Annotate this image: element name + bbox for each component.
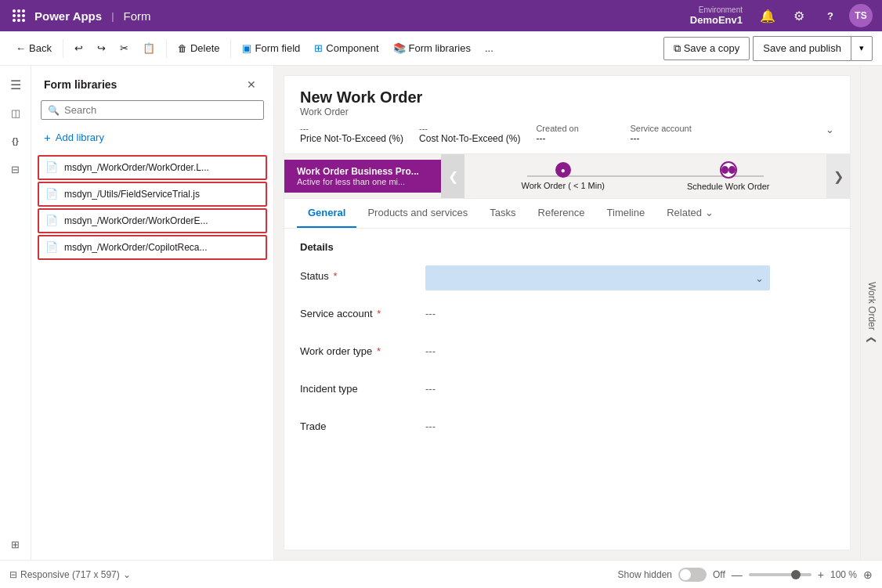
- tab-general[interactable]: General: [297, 199, 356, 228]
- form-tabs: General Products and services Tasks Refe…: [284, 199, 850, 229]
- bottom-bar-right: Show hidden Off — + 100 % ⊕: [618, 568, 873, 582]
- work-order-type-value[interactable]: ---: [425, 341, 834, 357]
- tree-icon[interactable]: ⊟: [3, 157, 28, 182]
- main-content: ☰ ◫ {} ⊟ ⊞ Form libraries ✕ 🔍 + Add libr…: [0, 66, 882, 560]
- file-icon: 📄: [45, 215, 58, 227]
- bpf-stage-circle-workorder: ●: [555, 162, 571, 178]
- responsive-icon: ⊟: [9, 569, 17, 580]
- sidebar-title: Form libraries: [44, 78, 117, 91]
- save-publish-group: Save and publish ▾: [753, 36, 873, 61]
- zoom-slider[interactable]: [749, 573, 812, 576]
- form-body: Details Status * ⌄ Service account: [284, 229, 850, 466]
- required-indicator: *: [377, 345, 381, 357]
- bpf-prev-button[interactable]: ❮: [441, 154, 464, 198]
- file-icon: 📄: [45, 161, 58, 174]
- component-icon: ⊞: [314, 42, 323, 54]
- search-input[interactable]: [64, 104, 257, 116]
- form-row-work-order-type: Work order type * ---: [300, 341, 834, 366]
- field-value-created: ---: [536, 133, 614, 144]
- help-icon[interactable]: ?: [818, 3, 843, 28]
- required-indicator: *: [377, 308, 381, 319]
- bpf-stage-label-workorder: Work Order ( < 1 Min): [521, 181, 604, 190]
- puzzle-icon[interactable]: ⊞: [3, 532, 28, 557]
- right-tab-work-order[interactable]: Work Order ❮: [860, 66, 882, 560]
- tab-timeline[interactable]: Timeline: [596, 199, 656, 228]
- chevron-down-icon: ⌄: [705, 207, 714, 218]
- file-icon: 📄: [45, 188, 58, 200]
- plus-icon: +: [44, 131, 51, 144]
- component-button[interactable]: ⊞ Component: [308, 38, 385, 58]
- layers-icon[interactable]: ◫: [3, 100, 28, 125]
- paste-button[interactable]: 📋: [136, 38, 161, 58]
- list-item[interactable]: 📄 msdyn_/WorkOrder/WorkOrderE...: [38, 208, 267, 233]
- show-hidden-label: Show hidden: [618, 569, 672, 580]
- tab-products-services[interactable]: Products and services: [356, 199, 479, 228]
- trade-value[interactable]: ---: [425, 416, 834, 432]
- tab-reference[interactable]: Reference: [527, 199, 596, 228]
- list-item[interactable]: 📄 msdyn_/WorkOrder/CopilotReca...: [38, 235, 267, 260]
- delete-button[interactable]: 🗑 Delete: [172, 38, 226, 58]
- cut-button[interactable]: ✂: [114, 38, 135, 58]
- show-hidden-toggle[interactable]: [678, 568, 707, 582]
- back-button[interactable]: ← Back: [9, 38, 58, 58]
- tab-tasks[interactable]: Tasks: [479, 199, 526, 228]
- save-copy-button[interactable]: ⧉ Save a copy: [663, 37, 750, 60]
- zoom-minus-icon[interactable]: —: [732, 568, 743, 581]
- incident-type-value[interactable]: ---: [425, 378, 834, 395]
- delete-icon: 🗑: [178, 43, 187, 54]
- settings-icon[interactable]: ⚙: [786, 3, 812, 28]
- toolbar-divider-2: [166, 39, 167, 58]
- search-icon: 🔍: [48, 105, 60, 116]
- status-select[interactable]: ⌄: [425, 265, 770, 290]
- add-library-button[interactable]: + Add library: [31, 126, 273, 149]
- library-item-name: msdyn_/WorkOrder/CopilotReca...: [64, 242, 208, 253]
- hamburger-icon[interactable]: ☰: [3, 72, 28, 97]
- form-libraries-button[interactable]: 📚 Form libraries: [387, 38, 477, 58]
- tab-related[interactable]: Related ⌄: [656, 199, 725, 228]
- form-row-status: Status * ⌄: [300, 265, 834, 290]
- form-field-button[interactable]: ▣ Form field: [236, 38, 306, 58]
- responsive-dropdown-icon[interactable]: ⌄: [123, 569, 131, 580]
- library-list: 📄 msdyn_/WorkOrder/WorkOrder.L... 📄 msdy…: [31, 152, 273, 263]
- fullscreen-icon[interactable]: ⊕: [863, 568, 873, 581]
- list-item[interactable]: 📄 msdyn_/Utils/FieldServiceTrial.js: [38, 182, 267, 207]
- toolbar-divider-1: [63, 39, 63, 58]
- undo-button[interactable]: ↩: [68, 38, 89, 58]
- undo-icon: ↩: [74, 42, 83, 54]
- environment-name: DemoEnv1: [690, 14, 743, 26]
- expand-fields-button[interactable]: ⌄: [826, 124, 834, 144]
- topbar: Power Apps | Form Environment DemoEnv1 🔔…: [0, 0, 882, 31]
- field-value-service: ---: [630, 133, 708, 144]
- service-account-value[interactable]: ---: [425, 303, 834, 319]
- code-icon[interactable]: {}: [3, 128, 28, 153]
- bpf-active-title: Work Order Business Pro...: [297, 166, 428, 177]
- right-tab-label: Work Order: [866, 282, 877, 330]
- zoom-plus-icon[interactable]: +: [818, 568, 824, 581]
- paste-icon: 📋: [143, 42, 155, 54]
- label-service-account: Service account *: [300, 303, 425, 319]
- redo-button[interactable]: ↪: [91, 38, 112, 58]
- toggle-state-label: Off: [713, 569, 725, 580]
- zoom-level: 100 %: [830, 569, 857, 580]
- back-arrow-icon: ←: [16, 42, 26, 54]
- redo-icon: ↪: [97, 42, 106, 54]
- list-item[interactable]: 📄 msdyn_/WorkOrder/WorkOrder.L...: [38, 155, 267, 180]
- bpf-stage-schedule[interactable]: Schedule Work Order: [687, 161, 770, 191]
- notifications-icon[interactable]: 🔔: [755, 3, 780, 28]
- bpf-stage-workorder[interactable]: ● Work Order ( < 1 Min): [521, 162, 604, 190]
- sidebar-close-button[interactable]: ✕: [242, 75, 261, 94]
- save-publish-dropdown-button[interactable]: ▾: [851, 36, 873, 61]
- waffle-icon[interactable]: [9, 6, 28, 25]
- avatar[interactable]: TS: [849, 4, 873, 27]
- bpf-next-button[interactable]: ❯: [826, 154, 850, 198]
- form-title: New Work Order: [300, 88, 834, 106]
- responsive-label: Responsive (717 x 597): [20, 569, 120, 580]
- library-item-name: msdyn_/WorkOrder/WorkOrder.L...: [64, 162, 209, 173]
- field-price-not-to-exceed: --- Price Not-To-Exceed (%): [300, 124, 419, 144]
- search-container: 🔍: [41, 100, 264, 120]
- form-header: New Work Order Work Order --- Price Not-…: [284, 76, 850, 154]
- file-icon: 📄: [45, 241, 58, 254]
- save-publish-button[interactable]: Save and publish: [753, 36, 851, 61]
- more-button[interactable]: ...: [479, 38, 500, 58]
- environment-info: Environment DemoEnv1: [690, 5, 743, 26]
